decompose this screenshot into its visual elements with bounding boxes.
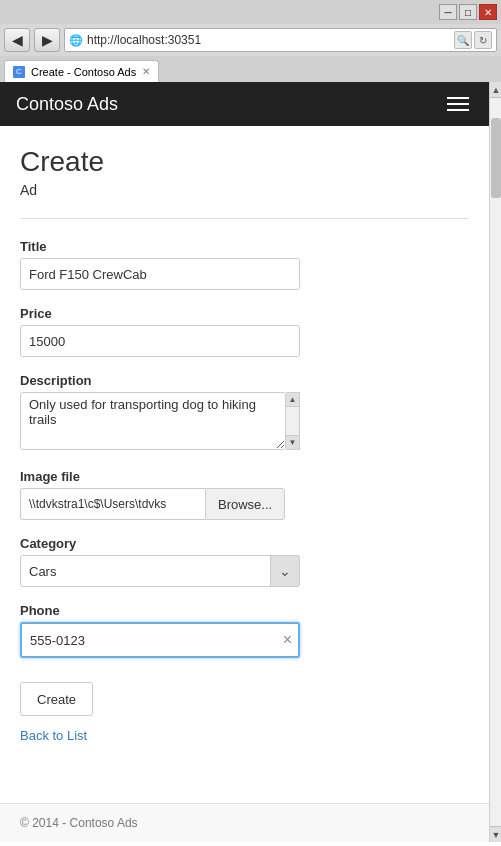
search-button[interactable]: 🔍 [454,31,472,49]
divider [20,218,469,219]
tab-close-icon[interactable]: ✕ [142,66,150,77]
textarea-scrollbar: ▲ ▼ [286,392,300,450]
address-icon: 🌐 [69,34,83,47]
price-field-group: Price [20,306,469,357]
scroll-up-arrow[interactable]: ▲ [490,82,501,98]
price-label: Price [20,306,469,321]
scroll-thumb[interactable] [491,118,501,198]
page-content: Create Ad Title Price Description [0,126,489,803]
address-actions: 🔍 ↻ [454,31,492,49]
close-button[interactable]: ✕ [479,4,497,20]
browser-tab[interactable]: C Create - Contoso Ads ✕ [4,60,159,82]
toggle-bar-2 [447,103,469,105]
phone-label: Phone [20,603,469,618]
browse-button[interactable]: Browse... [205,488,285,520]
description-label: Description [20,373,469,388]
price-input[interactable] [20,325,300,357]
title-input[interactable] [20,258,300,290]
category-label: Category [20,536,469,551]
maximize-button[interactable]: □ [459,4,477,20]
navbar-toggle-button[interactable] [443,93,473,115]
title-field-group: Title [20,239,469,290]
phone-input[interactable] [20,622,300,658]
tab-bar: C Create - Contoso Ads ✕ [0,56,501,82]
address-bar[interactable]: 🌐 http://localhost:30351 🔍 ↻ [64,28,497,52]
forward-button[interactable]: ▶ [34,28,60,52]
file-input-wrapper: \\tdvkstra1\c$\Users\tdvks Browse... [20,488,469,520]
brand-label: Contoso Ads [16,94,118,115]
category-select[interactable]: Cars RealEstate FreeStuff [20,555,300,587]
textarea-scroll-up[interactable]: ▲ [286,393,299,407]
refresh-button[interactable]: ↻ [474,31,492,49]
phone-input-wrapper: × [20,622,300,658]
scroll-down-arrow[interactable]: ▼ [490,826,501,842]
back-button[interactable]: ◀ [4,28,30,52]
minimize-button[interactable]: ─ [439,4,457,20]
page-wrapper: Contoso Ads Create Ad Title [0,82,489,842]
page-subtitle: Ad [20,182,469,198]
textarea-scroll-down[interactable]: ▼ [286,435,299,449]
vertical-scrollbar[interactable]: ▲ ▼ [489,82,501,842]
toggle-bar-3 [447,109,469,111]
title-label: Title [20,239,469,254]
page-title: Create [20,146,469,178]
category-select-wrapper: Cars RealEstate FreeStuff ⌄ [20,555,300,587]
file-path-display: \\tdvkstra1\c$\Users\tdvks [20,488,205,520]
nav-bar: ◀ ▶ 🌐 http://localhost:30351 🔍 ↻ [0,24,501,56]
tab-label: Create - Contoso Ads [31,66,136,78]
page-footer: © 2014 - Contoso Ads [0,803,489,842]
back-to-list-link[interactable]: Back to List [20,728,469,743]
title-bar: ─ □ ✕ [0,0,501,24]
image-label: Image file [20,469,469,484]
description-field-group: Description Only used for transporting d… [20,373,469,453]
browser-window: ─ □ ✕ ◀ ▶ 🌐 http://localhost:30351 🔍 ↻ C… [0,0,501,846]
toggle-bar-1 [447,97,469,99]
app-navbar: Contoso Ads [0,82,489,126]
tab-favicon: C [13,66,25,78]
footer-copyright: © 2014 - Contoso Ads [20,816,138,830]
phone-clear-button[interactable]: × [283,631,292,649]
phone-field-group: Phone × [20,603,469,658]
create-button[interactable]: Create [20,682,93,716]
description-textarea[interactable]: Only used for transporting dog to hiking… [20,392,286,450]
image-field-group: Image file \\tdvkstra1\c$\Users\tdvks Br… [20,469,469,520]
content-area: Contoso Ads Create Ad Title [0,82,501,842]
category-field-group: Category Cars RealEstate FreeStuff ⌄ [20,536,469,587]
description-wrapper: Only used for transporting dog to hiking… [20,392,300,453]
address-text: http://localhost:30351 [87,33,450,47]
